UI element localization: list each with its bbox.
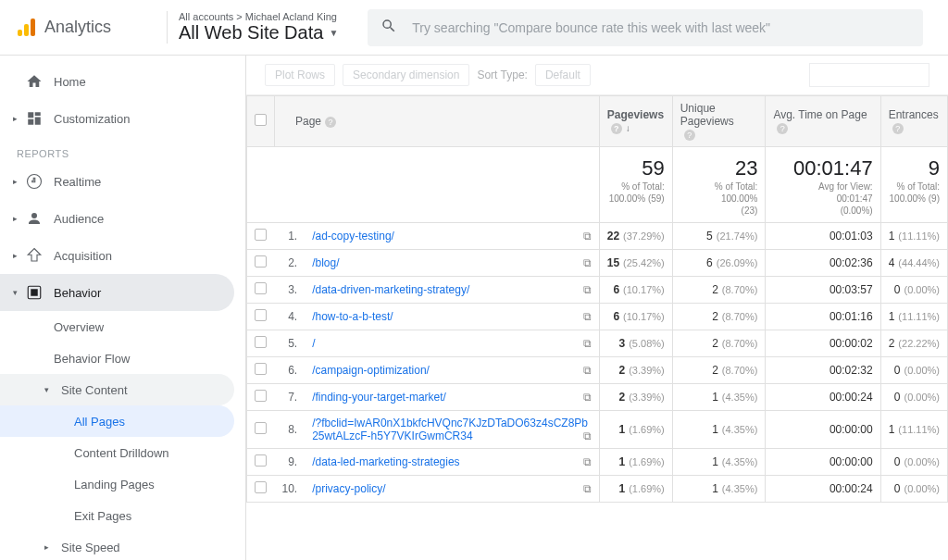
cell-entrances: 2(22.22%) — [880, 330, 947, 357]
table-row: 7./finding-your-target-market/⧉2(3.39%)1… — [247, 384, 948, 411]
row-checkbox[interactable] — [255, 309, 267, 321]
cell-unique: 1(4.35%) — [672, 476, 766, 503]
nav-content-drilldown[interactable]: Content Drilldown — [0, 437, 245, 468]
dashboard-icon — [24, 110, 44, 127]
logo-area: Analytics — [0, 17, 167, 39]
cell-unique: 2(8.70%) — [672, 304, 766, 330]
col-avg-time[interactable]: Avg. Time on Page ? — [766, 96, 880, 147]
row-index: 1. — [275, 223, 306, 250]
open-external-icon[interactable]: ⧉ — [583, 482, 592, 495]
open-external-icon[interactable]: ⧉ — [583, 310, 592, 323]
cell-pageviews: 1(1.69%) — [599, 449, 672, 476]
open-external-icon[interactable]: ⧉ — [583, 364, 592, 377]
nav-all-pages[interactable]: All Pages — [0, 405, 234, 437]
nav-exit-pages[interactable]: Exit Pages — [0, 500, 245, 531]
breadcrumb: All accounts > Michael Acland King — [179, 11, 338, 22]
cell-entrances: 4(44.44%) — [880, 250, 947, 277]
nav-acquisition[interactable]: ▸ Acquisition — [0, 237, 245, 274]
open-external-icon[interactable]: ⧉ — [583, 230, 592, 243]
app-header: Analytics All accounts > Michael Acland … — [0, 0, 948, 56]
cell-entrances: 1(11.11%) — [880, 304, 947, 330]
secondary-dimension-button[interactable]: Secondary dimension — [343, 64, 469, 86]
row-checkbox[interactable] — [255, 422, 267, 434]
open-external-icon[interactable]: ⧉ — [583, 283, 592, 296]
help-icon[interactable]: ? — [325, 117, 336, 128]
collapse-icon: ▾ — [44, 385, 54, 394]
nav-behavior[interactable]: ▾ Behavior — [0, 274, 234, 311]
row-checkbox[interactable] — [255, 390, 267, 402]
expand-icon: ▸ — [13, 114, 24, 123]
help-icon[interactable]: ? — [892, 123, 904, 134]
page-link[interactable]: /ad-copy-testing/ — [312, 230, 394, 243]
open-external-icon[interactable]: ⧉ — [583, 256, 592, 269]
col-unique-pageviews[interactable]: Unique Pageviews? — [672, 96, 766, 147]
row-checkbox[interactable] — [255, 481, 267, 493]
page-link[interactable]: /privacy-policy/ — [312, 482, 385, 495]
svg-rect-2 — [31, 19, 35, 36]
help-icon[interactable]: ? — [684, 130, 695, 141]
row-checkbox[interactable] — [255, 229, 267, 241]
nav-landing-pages[interactable]: Landing Pages — [0, 468, 245, 500]
search-bar[interactable]: Try searching "Compare bounce rate this … — [368, 9, 923, 46]
nav-site-content[interactable]: ▾ Site Content — [0, 374, 234, 405]
view-title-text: All Web Site Data — [179, 22, 323, 44]
nav-site-speed[interactable]: ▸ Site Speed — [0, 531, 245, 560]
table-row: 10./privacy-policy/⧉1(1.69%)1(4.35%)00:0… — [247, 476, 948, 503]
row-checkbox[interactable] — [255, 454, 267, 467]
plot-rows-button[interactable]: Plot Rows — [265, 64, 335, 86]
page-link[interactable]: /how-to-a-b-test/ — [312, 310, 393, 323]
page-link[interactable]: /blog/ — [312, 256, 339, 269]
expand-icon: ▸ — [44, 542, 54, 552]
row-checkbox[interactable] — [255, 336, 267, 348]
col-page[interactable]: Page? — [275, 96, 600, 147]
sort-type-label: Sort Type: — [477, 68, 527, 81]
nav-behavior-flow[interactable]: Behavior Flow — [0, 342, 245, 374]
cell-entrances: 0(0.00%) — [880, 449, 947, 476]
select-all-header[interactable] — [247, 96, 275, 147]
nav-home[interactable]: Home — [0, 63, 245, 100]
row-index: 6. — [275, 357, 306, 384]
row-checkbox[interactable] — [255, 282, 267, 294]
table-row: 9./data-led-marketing-strategies⧉1(1.69%… — [247, 449, 948, 476]
row-index: 3. — [275, 277, 306, 304]
page-link[interactable]: /data-driven-marketing-strategy/ — [312, 283, 469, 296]
open-external-icon[interactable]: ⧉ — [583, 455, 592, 468]
nav-overview[interactable]: Overview — [0, 311, 245, 342]
open-external-icon[interactable]: ⧉ — [583, 337, 592, 350]
collapse-icon: ▾ — [13, 288, 24, 297]
help-icon[interactable]: ? — [777, 123, 788, 134]
open-external-icon[interactable]: ⧉ — [583, 391, 592, 404]
page-link[interactable]: /data-led-marketing-strategies — [312, 455, 459, 468]
cell-avg-time: 00:00:02 — [766, 330, 880, 357]
cell-avg-time: 00:00:24 — [766, 476, 880, 503]
help-icon[interactable]: ? — [611, 123, 622, 134]
cell-entrances: 0(0.00%) — [880, 277, 947, 304]
cell-avg-time: 00:02:32 — [766, 357, 880, 384]
chevron-down-icon: ▼ — [329, 28, 338, 38]
nav-customization[interactable]: ▸ Customization — [0, 100, 245, 137]
cell-pageviews: 22(37.29%) — [599, 223, 672, 250]
page-link[interactable]: /?fbclid=IwAR0nX1bkfcHVQnc7KJzDTaDO63z4s… — [312, 417, 588, 442]
svg-rect-4 — [31, 289, 38, 296]
cell-avg-time: 00:02:36 — [766, 250, 880, 277]
cell-unique: 1(4.35%) — [672, 411, 766, 449]
page-link[interactable]: / — [312, 337, 315, 350]
col-pageviews[interactable]: Pageviews?↓ — [599, 96, 672, 147]
nav-audience[interactable]: ▸ Audience — [0, 200, 245, 237]
account-selector[interactable]: All accounts > Michael Acland King All W… — [167, 11, 349, 44]
col-entrances[interactable]: Entrances? — [880, 96, 947, 147]
table-row: 3./data-driven-marketing-strategy/⧉6(10.… — [247, 277, 948, 304]
cell-avg-time: 00:00:24 — [766, 384, 880, 411]
row-checkbox[interactable] — [255, 255, 267, 268]
sort-default-button[interactable]: Default — [535, 64, 591, 86]
nav-realtime[interactable]: ▸ Realtime — [0, 163, 245, 200]
page-link[interactable]: /finding-your-target-market/ — [312, 391, 446, 404]
cell-entrances: 1(11.11%) — [880, 223, 947, 250]
view-title: All Web Site Data ▼ — [179, 22, 338, 44]
page-link[interactable]: /campaign-optimization/ — [312, 364, 430, 377]
expand-icon: ▸ — [13, 251, 24, 260]
cell-entrances: 0(0.00%) — [880, 476, 947, 503]
table-search-input[interactable] — [809, 63, 929, 87]
row-checkbox[interactable] — [255, 363, 267, 375]
open-external-icon[interactable]: ⧉ — [583, 429, 592, 442]
